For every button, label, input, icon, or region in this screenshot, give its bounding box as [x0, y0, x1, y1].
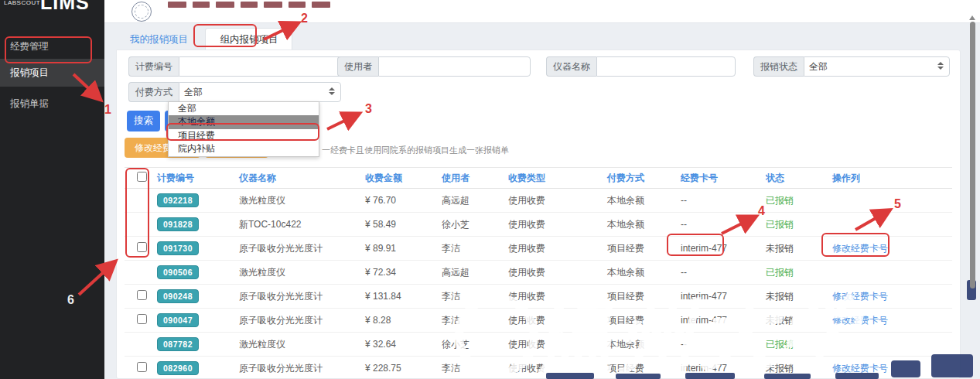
- tab-my-reimbursement-projects[interactable]: 我的报销项目: [116, 29, 202, 50]
- sidebar: LABSCOUT LIMS 经费管理 报销项目 报销单据: [0, 0, 104, 379]
- instrument-name-cell: 激光粒度仪: [234, 266, 360, 279]
- table-header-row: 计费编号仪器名称收费金额使用者收费类型付费方式经费卡号状态操作列: [125, 167, 952, 189]
- user-name-cell: 高远超: [437, 266, 504, 279]
- billing-no-cell: 092218: [152, 193, 234, 207]
- funds-card-no-cell: --: [676, 267, 761, 278]
- clipped-title-fragment: [264, 2, 282, 8]
- fee-amount-cell: ¥ 131.84: [360, 291, 437, 302]
- sidebar-item-funds-management[interactable]: 经费管理: [0, 34, 104, 59]
- pay-method-select[interactable]: 全部: [179, 82, 341, 102]
- column-header: 经费卡号: [676, 172, 761, 185]
- fee-type-cell: 使用收费: [504, 362, 603, 375]
- fee-amount-cell: ¥ 8.28: [360, 315, 437, 326]
- pay-method-cell: 本地余额: [603, 266, 676, 279]
- pay-method-cell: 项目经费: [603, 242, 676, 255]
- table-row: 090248原子吸收分光光度计¥ 131.84李洁使用收费项目经费interim…: [125, 285, 952, 309]
- instrument-name-cell: 激光粒度仪: [234, 338, 360, 351]
- funds-card-no-cell: interim-477: [676, 315, 761, 326]
- select-arrows-icon: [329, 87, 335, 95]
- table-body: 092218激光粒度仪¥ 76.70高远超使用收费本地余额--已报销091828…: [125, 189, 952, 379]
- app-logo: LABSCOUT LIMS: [0, 0, 104, 20]
- status-text-cell: 已报销: [761, 266, 828, 279]
- content-card: 计费编号 使用者 仪器名称 报销状态 全部 付费方式 全部: [116, 50, 961, 379]
- modify-card-link[interactable]: 修改经费卡号: [832, 291, 888, 302]
- funds-card-no-cell: interim-477: [676, 363, 761, 374]
- fee-amount-cell: ¥ 89.91: [360, 243, 437, 254]
- billing-no-input[interactable]: [179, 56, 353, 77]
- hint-text: 一经费卡且使用同院系的报销项目生成一张报销单: [322, 145, 509, 156]
- status-badge: 未报销: [766, 243, 794, 254]
- row-checkbox[interactable]: [137, 362, 147, 372]
- dropdown-option-project-funds[interactable]: 项目经费: [169, 129, 319, 142]
- fee-type-cell: 使用收费: [504, 290, 603, 303]
- scrollbar: [968, 15, 976, 379]
- instrument-input[interactable]: [596, 56, 736, 77]
- university-seal-logo: [131, 2, 152, 22]
- annotation-label-1: 1: [104, 103, 111, 117]
- status-select[interactable]: 全部: [804, 56, 950, 77]
- status-badge: 未报销: [766, 363, 794, 374]
- select-all-checkbox[interactable]: [137, 172, 147, 182]
- clipped-title-fragment: [216, 2, 234, 8]
- billing-no-badge: 087782: [157, 337, 199, 351]
- modify-card-link-cell: 修改经费卡号: [828, 290, 952, 303]
- table-row: 090506激光粒度仪¥ 72.34高远超使用收费本地余额--已报销: [125, 261, 952, 285]
- fee-amount-cell: ¥ 58.49: [360, 219, 437, 230]
- sidebar-item-reimbursement-documents[interactable]: 报销单据: [0, 91, 104, 116]
- row-checkbox[interactable]: [137, 242, 147, 252]
- table-row: 091828新TOC-10c422¥ 58.49徐小芝使用收费本地余额--已报销: [125, 213, 952, 237]
- funds-card-no-cell: --: [676, 195, 761, 206]
- clipped-title-fragment: [168, 2, 186, 8]
- billing-no-badge: 090047: [157, 313, 199, 327]
- modify-card-link[interactable]: 修改经费卡号: [832, 363, 888, 374]
- billing-no-label: 计费编号: [128, 56, 179, 77]
- status-text-cell: 已报销: [761, 338, 828, 351]
- dropdown-option-local-balance[interactable]: 本地余额: [169, 115, 319, 128]
- instrument-name-cell: 激光粒度仪: [234, 194, 360, 207]
- row-checkbox[interactable]: [137, 290, 147, 300]
- column-header: 使用者: [437, 172, 504, 185]
- funds-card-no-cell: --: [676, 339, 761, 350]
- billing-no-badge: 091730: [157, 241, 199, 255]
- modify-card-link[interactable]: 修改经费卡号: [832, 243, 888, 254]
- status-text-cell: 未报销: [761, 242, 828, 255]
- billing-no-cell: 090047: [152, 313, 234, 327]
- instrument-name-cell: 原子吸收分光光度计: [234, 314, 360, 327]
- sidebar-item-reimbursement-projects[interactable]: 报销项目: [0, 59, 104, 87]
- fee-type-cell: 使用收费: [504, 338, 603, 351]
- billing-no-badge: 090506: [157, 265, 199, 279]
- reimbursement-table: 计费编号仪器名称收费金额使用者收费类型付费方式经费卡号状态操作列 092218激…: [125, 167, 952, 379]
- status-badge: 已报销: [766, 219, 794, 230]
- status-text-cell: 未报销: [761, 290, 828, 303]
- status-badge: 已报销: [766, 267, 794, 278]
- user-name-cell: 李洁: [437, 314, 504, 327]
- user-name-cell: 徐小芝: [437, 218, 504, 231]
- tab-group-reimbursement-projects[interactable]: 组内报销项目: [205, 28, 292, 50]
- modify-card-link[interactable]: 修改经费卡号: [832, 315, 888, 326]
- status-badge: 未报销: [766, 291, 794, 302]
- column-header: 操作列: [828, 172, 952, 185]
- column-header: 收费金额: [360, 172, 437, 185]
- clipped-title-fragment: [241, 2, 258, 8]
- pay-method-cell: 本地余额: [603, 218, 676, 231]
- search-button[interactable]: 搜索: [127, 111, 160, 131]
- checkbox-cell: [125, 242, 152, 254]
- user-input[interactable]: [378, 56, 531, 77]
- scrollbar-up-icon[interactable]: [969, 15, 975, 20]
- pay-method-dropdown-menu: 全部 本地余额 项目经费 院内补贴: [168, 101, 319, 157]
- fee-amount-cell: ¥ 32.64: [360, 339, 437, 350]
- user-name-cell: 李洁: [437, 242, 504, 255]
- scrollbar-thumb[interactable]: [970, 22, 975, 289]
- dropdown-option-all[interactable]: 全部: [169, 102, 319, 115]
- status-badge: 未报销: [766, 315, 794, 326]
- fee-type-cell: 使用收费: [504, 242, 603, 255]
- billing-no-cell: 091730: [152, 241, 234, 255]
- pay-method-cell: 本地余额: [603, 338, 676, 351]
- row-checkbox[interactable]: [137, 314, 147, 324]
- dropdown-option-internal-subsidy[interactable]: 院内补贴: [169, 142, 319, 155]
- table-row: 087782激光粒度仪¥ 32.64徐小芝使用收费本地余额--已报销: [125, 333, 952, 357]
- status-badge: 已报销: [766, 339, 794, 350]
- billing-no-cell: 090506: [152, 265, 234, 279]
- table-row: 091730原子吸收分光光度计¥ 89.91李洁使用收费项目经费interim-…: [125, 237, 952, 261]
- instrument-label: 仪器名称: [546, 56, 596, 77]
